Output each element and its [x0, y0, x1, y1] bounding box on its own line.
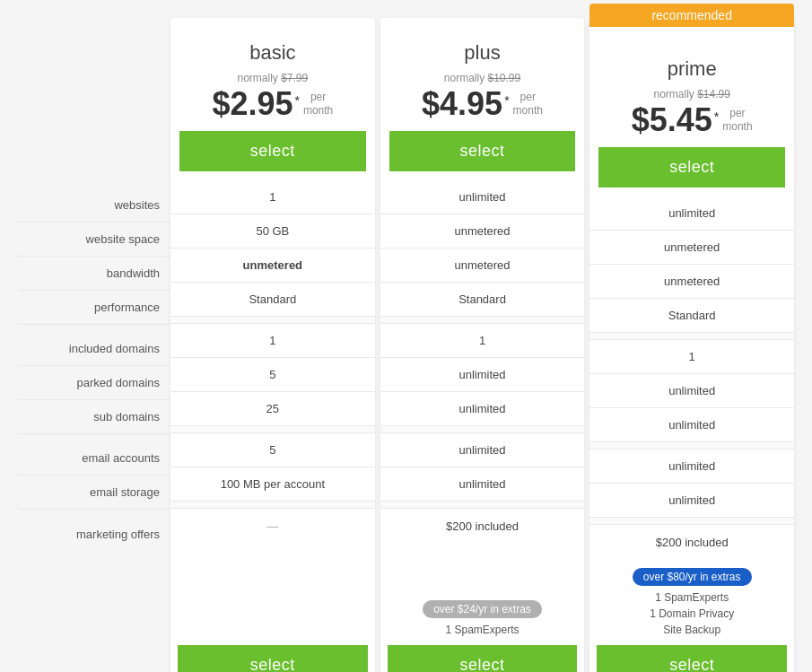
prime-title: prime	[598, 57, 785, 81]
plan-plus: plus normally $10.99 $4.95* permonth sel…	[380, 18, 585, 672]
pricing-wrapper: websites website space bandwidth perform…	[18, 18, 794, 672]
plus-rows: unlimited unmetered unmetered Standard 1…	[380, 180, 585, 591]
prime-websites: unlimited	[589, 196, 794, 231]
basic-gap1	[170, 317, 375, 324]
prime-per-month: permonth	[722, 107, 752, 135]
basic-email-accounts: 5	[170, 433, 375, 467]
plan-basic: basic normally $7.99 $2.95* permonth sel…	[170, 18, 375, 672]
label-parked-domains: parked domains	[18, 366, 170, 400]
prime-normally: normally $14.99	[598, 88, 785, 100]
basic-email-storage: 100 MB per account	[170, 467, 375, 502]
plus-websites: unlimited	[380, 180, 585, 214]
plus-price: $4.95* permonth	[389, 88, 576, 120]
prime-email-storage: unlimited	[589, 484, 794, 518]
plus-website-space: unmetered	[380, 214, 585, 249]
basic-marketing: —	[170, 509, 375, 543]
basic-select-top[interactable]: select	[179, 131, 366, 171]
prime-price: $5.45* permonth	[598, 104, 785, 136]
prime-bandwidth: unmetered	[589, 265, 794, 299]
label-marketing-offers: marketing offers	[18, 517, 170, 551]
label-included-domains: included domains	[18, 332, 170, 366]
plus-gap3	[380, 502, 585, 509]
plus-per-month: permonth	[513, 91, 543, 118]
plus-extras-badge: over $24/yr in extras	[423, 600, 542, 618]
label-bandwidth: bandwidth	[18, 257, 170, 291]
prime-recommended-badge: recommended	[589, 4, 794, 27]
plus-asterisk: *	[504, 93, 509, 108]
prime-included-domains: 1	[589, 340, 794, 374]
prime-performance: Standard	[589, 299, 794, 333]
basic-websites: 1	[170, 180, 375, 214]
labels-column: websites website space bandwidth perform…	[18, 18, 170, 551]
prime-select-bottom[interactable]: select	[597, 645, 787, 672]
plus-gap1	[380, 317, 585, 324]
prime-extras-badge: over $80/yr in extras	[633, 568, 752, 586]
label-websites: websites	[18, 188, 170, 223]
label-sub-domains: sub domains	[18, 400, 170, 434]
plus-bandwidth: unmetered	[380, 249, 585, 283]
basic-per-month: permonth	[303, 91, 333, 118]
prime-header: prime normally $14.99 $5.45* permonth se…	[589, 34, 794, 196]
plus-title: plus	[389, 41, 576, 65]
prime-extras-item3: Site Backup	[663, 622, 720, 638]
basic-gap2	[170, 426, 375, 433]
prime-asterisk: *	[714, 109, 719, 124]
plus-price-amount: $4.95	[422, 88, 502, 120]
basic-price-amount: $2.95	[212, 88, 292, 120]
plus-email-accounts: unlimited	[380, 433, 585, 467]
prime-gap3	[589, 518, 794, 525]
prime-marketing: $200 included	[589, 525, 794, 559]
basic-rows: 1 50 GB unmetered Standard 1 5 25 5 100 …	[170, 180, 375, 633]
prime-rows: unlimited unmetered unmetered Standard 1…	[589, 196, 794, 559]
basic-header: basic normally $7.99 $2.95* permonth sel…	[170, 18, 375, 180]
prime-email-accounts: unlimited	[589, 449, 794, 484]
plus-parked-domains: unlimited	[380, 358, 585, 392]
plus-performance: Standard	[380, 283, 585, 317]
plus-included-domains: 1	[380, 324, 585, 358]
basic-bandwidth: unmetered	[170, 249, 375, 283]
plans-container: basic normally $7.99 $2.95* permonth sel…	[170, 18, 794, 672]
prime-parked-domains: unlimited	[589, 374, 794, 408]
prime-website-space: unmetered	[589, 231, 794, 265]
basic-sub-domains: 25	[170, 392, 375, 426]
plus-footer: over $24/yr in extras 1 SpamExperts sele…	[380, 591, 585, 672]
label-email-storage: email storage	[18, 476, 170, 510]
plus-normally: normally $10.99	[389, 72, 576, 84]
basic-normally: normally $7.99	[179, 72, 366, 84]
prime-extras-item1: 1 SpamExperts	[655, 589, 729, 606]
plus-select-bottom[interactable]: select	[388, 645, 578, 672]
plus-gap2	[380, 426, 585, 433]
plus-select-top[interactable]: select	[389, 131, 576, 171]
label-website-space: website space	[18, 223, 170, 257]
basic-parked-domains: 5	[170, 358, 375, 392]
basic-website-space: 50 GB	[170, 214, 375, 249]
plus-email-storage: unlimited	[380, 467, 585, 502]
basic-title: basic	[179, 41, 366, 65]
basic-price: $2.95* permonth	[179, 88, 366, 120]
label-performance: performance	[18, 291, 170, 325]
basic-footer: select	[170, 633, 375, 672]
basic-performance: Standard	[170, 283, 375, 317]
plus-header: plus normally $10.99 $4.95* permonth sel…	[380, 18, 585, 180]
prime-gap2	[589, 442, 794, 449]
basic-included-domains: 1	[170, 324, 375, 358]
plus-sub-domains: unlimited	[380, 392, 585, 426]
plus-extras-item1: 1 SpamExperts	[445, 622, 519, 638]
basic-asterisk: *	[294, 93, 299, 108]
prime-gap1	[589, 333, 794, 340]
prime-extras-item2: 1 Domain Privacy	[650, 606, 734, 622]
basic-select-bottom[interactable]: select	[178, 645, 368, 672]
prime-price-amount: $5.45	[632, 104, 712, 136]
plan-prime: recommended prime normally $14.99 $5.45*…	[589, 18, 794, 672]
label-email-accounts: email accounts	[18, 441, 170, 476]
prime-select-top[interactable]: select	[598, 147, 785, 188]
prime-sub-domains: unlimited	[589, 408, 794, 442]
prime-footer: over $80/yr in extras 1 SpamExperts 1 Do…	[589, 559, 794, 672]
plus-marketing: $200 included	[380, 509, 585, 543]
basic-gap3	[170, 502, 375, 509]
